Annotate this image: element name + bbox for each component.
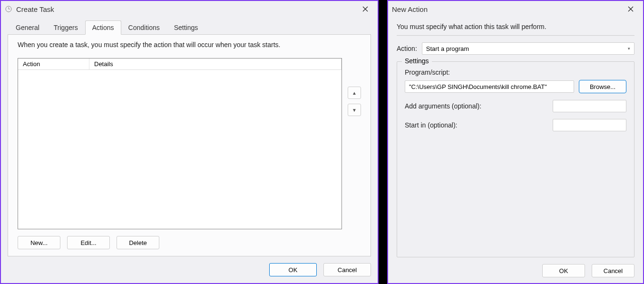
window-content: You must specify what action this task w… [388, 17, 643, 283]
tab-actions[interactable]: Actions [85, 20, 121, 35]
tab-general[interactable]: General [9, 20, 47, 35]
browse-button[interactable]: Browse... [579, 80, 626, 93]
move-down-button[interactable]: ▼ [348, 104, 361, 116]
tab-conditions[interactable]: Conditions [121, 20, 167, 35]
program-script-input[interactable] [405, 80, 574, 93]
delete-button[interactable]: Delete [117, 236, 159, 249]
action-select[interactable]: Start a program ▾ [422, 42, 634, 55]
panel-description: You must specify what action this task w… [397, 23, 634, 36]
ok-button[interactable]: OK [269, 263, 317, 276]
cancel-button[interactable]: Cancel [592, 264, 634, 277]
column-header-details[interactable]: Details [89, 59, 342, 69]
panel-description: When you create a task, you must specify… [18, 41, 361, 49]
actions-panel: When you create a task, you must specify… [8, 34, 371, 256]
tab-triggers[interactable]: Triggers [47, 20, 85, 35]
tab-settings[interactable]: Settings [167, 20, 205, 35]
window-title: New Action [392, 5, 622, 13]
new-button[interactable]: New... [18, 236, 60, 249]
fieldset-legend: Settings [402, 57, 432, 65]
cancel-button[interactable]: Cancel [323, 263, 371, 276]
triangle-up-icon: ▲ [352, 90, 357, 96]
arguments-input[interactable] [553, 100, 626, 112]
close-icon[interactable] [357, 2, 374, 16]
tabs: General Triggers Actions Conditions Sett… [8, 20, 371, 35]
program-script-label: Program/script: [405, 69, 626, 76]
column-header-action[interactable]: Action [18, 59, 89, 69]
close-icon[interactable] [622, 2, 639, 16]
window-content: General Triggers Actions Conditions Sett… [1, 17, 378, 283]
titlebar: Create Task [1, 1, 378, 17]
edit-button[interactable]: Edit... [67, 236, 110, 249]
startin-label: Start in (optional): [405, 121, 458, 129]
arguments-label: Add arguments (optional): [405, 102, 481, 110]
ok-button[interactable]: OK [542, 264, 585, 277]
action-label: Action: [397, 45, 417, 52]
clock-icon [5, 5, 12, 13]
window-title: Create Task [16, 5, 357, 13]
settings-fieldset: Settings Program/script: Browse... Add a… [397, 61, 634, 257]
actions-table[interactable]: Action Details [18, 58, 342, 229]
startin-input[interactable] [553, 119, 626, 131]
new-action-window: New Action You must specify what action … [387, 0, 644, 284]
chevron-down-icon: ▾ [628, 46, 630, 51]
titlebar: New Action [388, 1, 643, 17]
create-task-window: Create Task General Triggers Actions Con… [0, 0, 379, 284]
action-select-value: Start a program [426, 45, 469, 52]
triangle-down-icon: ▼ [352, 108, 357, 113]
move-up-button[interactable]: ▲ [348, 87, 361, 99]
